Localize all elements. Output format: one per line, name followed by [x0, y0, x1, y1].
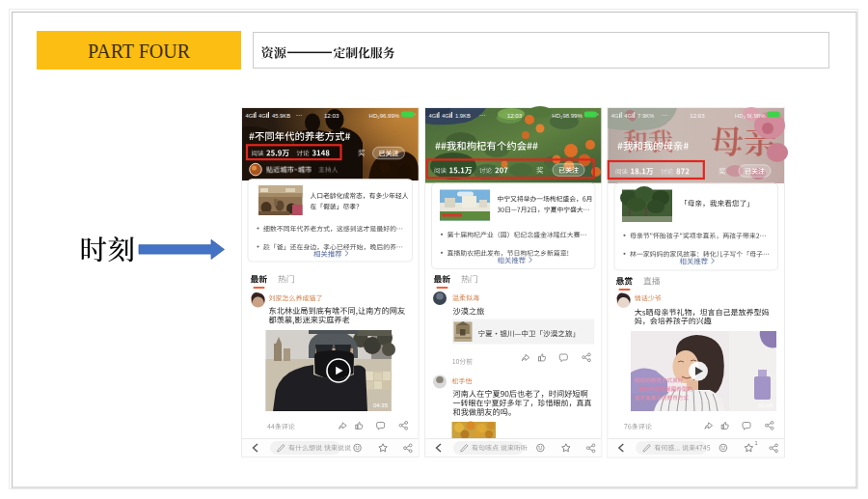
svg-text:PART FOUR: PART FOUR — [88, 41, 191, 62]
svg-text:98.99%: 98.99% — [562, 113, 583, 119]
svg-text:1: 1 — [754, 440, 757, 446]
svg-text:4G: 4G — [611, 113, 619, 119]
svg-text:45.9KB: 45.9KB — [272, 113, 290, 119]
svg-text:1.9KB: 1.9KB — [455, 113, 471, 119]
svg-text:4G: 4G — [624, 113, 632, 119]
svg-text:4G: 4G — [258, 113, 266, 119]
svg-text:⋯: ⋯ — [479, 112, 486, 119]
svg-text:7.9K%: 7.9K% — [637, 113, 654, 119]
svg-text:04:35: 04:35 — [373, 402, 389, 408]
svg-text:4G: 4G — [246, 113, 254, 119]
svg-text:HD₂: HD₂ — [369, 113, 381, 119]
svg-text:12:03: 12:03 — [324, 112, 339, 119]
svg-text:12:03: 12:03 — [507, 112, 523, 119]
svg-text:9(.98%: 9(.98% — [746, 113, 766, 119]
svg-text:HD₂: HD₂ — [735, 113, 746, 119]
svg-text:HD₂: HD₂ — [552, 113, 563, 119]
svg-text:4G: 4G — [442, 113, 449, 119]
svg-text:96.99%: 96.99% — [380, 113, 400, 119]
svg-text:12:03: 12:03 — [690, 112, 705, 119]
svg-text:⋯: ⋯ — [296, 112, 303, 119]
svg-text:⋯: ⋯ — [662, 112, 668, 119]
svg-text:4G: 4G — [429, 113, 437, 119]
svg-text:01:19: 01:19 — [758, 402, 773, 408]
